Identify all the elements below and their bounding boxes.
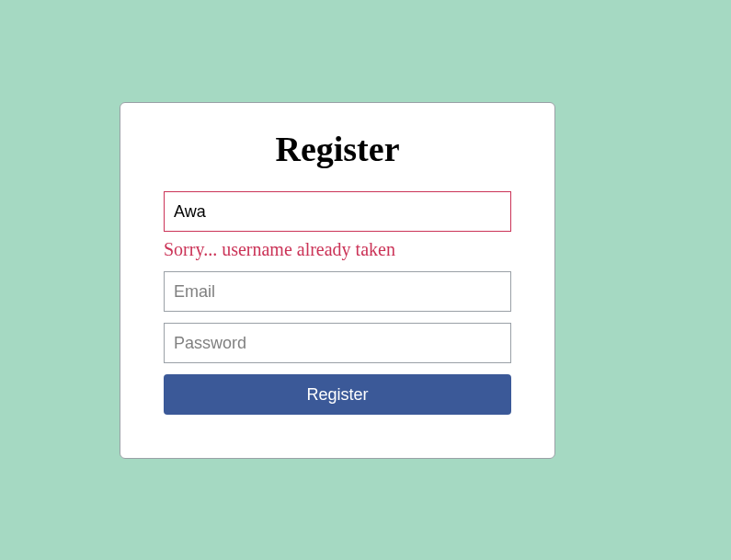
email-input[interactable] — [164, 271, 511, 312]
password-group — [164, 323, 511, 363]
register-card: Register Sorry... username already taken… — [120, 102, 555, 459]
page-title: Register — [275, 129, 399, 169]
password-input[interactable] — [164, 323, 511, 363]
username-error-message: Sorry... username already taken — [164, 239, 511, 260]
register-button[interactable]: Register — [164, 374, 511, 415]
username-input[interactable] — [164, 191, 511, 232]
register-form: Sorry... username already taken Register — [164, 191, 511, 415]
email-group — [164, 271, 511, 312]
username-group: Sorry... username already taken — [164, 191, 511, 260]
